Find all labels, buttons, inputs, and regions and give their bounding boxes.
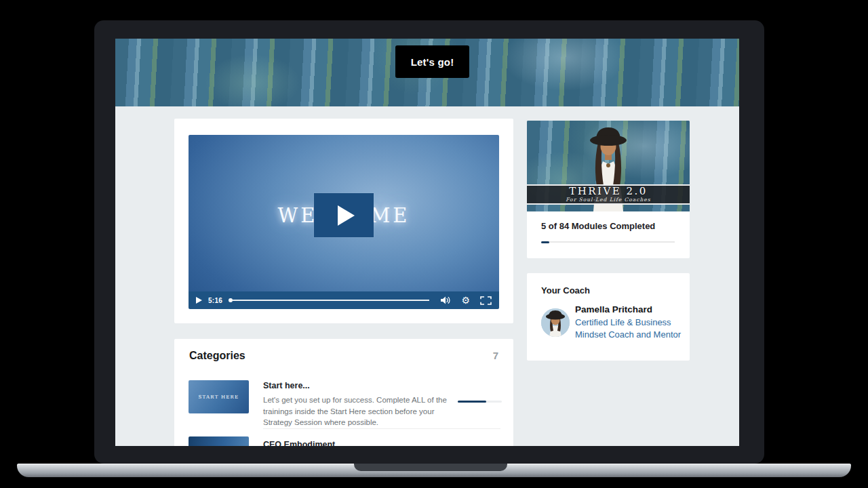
video-progress-line[interactable] — [233, 300, 429, 301]
laptop-mockup: Let's go! WELCOME 5:16 — [0, 0, 868, 488]
modules-progress-label: 5 of 84 Modules Completed — [541, 221, 655, 231]
category-progress-bar — [458, 401, 502, 403]
your-coach-card: Your Coach Pamella Pritchard Certified L… — [527, 273, 690, 361]
course-banner: THRIVE 2.0 For Soul-Led Life Coaches — [527, 184, 690, 205]
coach-title-line2: Mindset Coach and Mentor — [575, 329, 681, 340]
fullscreen-icon[interactable] — [480, 296, 492, 305]
volume-icon[interactable] — [441, 296, 451, 304]
coach-section-title: Your Coach — [541, 285, 590, 296]
video-player[interactable]: WELCOME 5:16 — [189, 135, 499, 309]
category-progress-fill — [458, 401, 486, 403]
category-title-ceo-embodiment[interactable]: CEO Embodiment — [263, 440, 335, 446]
modules-progress-fill — [541, 241, 549, 243]
video-frame[interactable]: WELCOME — [189, 135, 499, 291]
category-thumbnail-ceo-embodiment[interactable] — [189, 436, 249, 446]
play-icon — [338, 205, 355, 226]
list-divider — [263, 428, 500, 429]
header-banner-image: Let's go! — [115, 39, 739, 106]
course-title: THRIVE 2.0 — [569, 186, 648, 197]
coach-title-line1: Certified Life & Business — [575, 317, 671, 327]
coach-avatar — [541, 308, 570, 337]
laptop-notch — [354, 464, 507, 471]
play-icon[interactable] — [196, 297, 202, 304]
video-controls-bar[interactable]: 5:16 ⚙ — [189, 291, 499, 309]
category-description: Let's get you set up for success. Comple… — [263, 394, 449, 428]
lets-go-button[interactable]: Let's go! — [395, 45, 469, 78]
video-duration: 5:16 — [208, 297, 222, 304]
thumbnail-label: START HERE — [199, 394, 239, 400]
course-cover-image[interactable]: THRIVE 2.0 For Soul-Led Life Coaches — [527, 121, 690, 211]
settings-icon[interactable]: ⚙ — [461, 296, 470, 305]
course-progress-card: THRIVE 2.0 For Soul-Led Life Coaches 5 o… — [527, 121, 690, 258]
play-button[interactable] — [314, 193, 374, 237]
categories-card: Categories 7 START HERE Start here... Le… — [174, 339, 513, 446]
coach-name: Pamella Pritchard — [575, 304, 652, 314]
course-subtitle: For Soul-Led Life Coaches — [566, 197, 650, 203]
modules-progress-bar — [541, 241, 675, 243]
categories-heading: Categories — [189, 350, 245, 362]
categories-count-badge: 7 — [493, 350, 498, 361]
browser-screen: Let's go! WELCOME 5:16 — [115, 39, 739, 446]
category-title-start-here[interactable]: Start here... — [263, 381, 310, 390]
welcome-video-card: WELCOME 5:16 — [174, 119, 513, 323]
video-progress-track[interactable] — [229, 298, 435, 302]
category-thumbnail-start-here[interactable]: START HERE — [189, 380, 249, 413]
